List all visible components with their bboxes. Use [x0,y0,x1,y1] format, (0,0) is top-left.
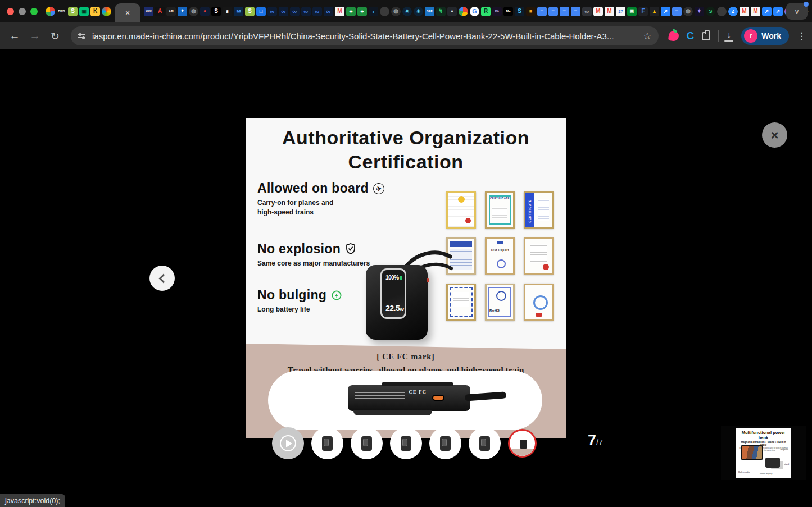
me-black-favicon[interactable]: Me [503,7,513,16]
strawberry-extension-icon[interactable] [668,30,679,42]
sheets-plus-1-favicon[interactable]: + [346,7,356,16]
meet-camera-favicon[interactable]: ▣ [627,7,637,16]
blue-hand-favicon[interactable]: ✦ [178,7,187,16]
meta-5-favicon[interactable]: ∞ [312,7,322,16]
ghost-1-favicon[interactable] [380,7,389,16]
docs-1-favicon[interactable]: ≡ [537,7,547,16]
site-info-icon[interactable] [78,32,87,40]
gmail-5-favicon[interactable]: M [751,7,760,16]
pip-label: Power display [760,473,772,475]
downloads-icon[interactable]: ↓ [723,30,734,42]
gmail-1-favicon[interactable]: M [335,7,344,16]
vscode-favicon[interactable]: ‹ [369,7,378,16]
lightbox-close-button[interactable]: × [762,122,787,148]
drive-triangle-favicon[interactable]: ▲ [650,7,659,16]
url-text[interactable]: iaspor.en.made-in-china.com/product/Yrip… [92,31,637,41]
green-terminal-favicon[interactable]: ▣ [79,7,89,16]
window-minimize-button[interactable] [19,8,26,15]
pip-label: Built-in cable [738,471,750,473]
dark-globe-1-favicon[interactable]: ◍ [189,7,198,16]
shopify-2-favicon[interactable]: S [245,7,255,16]
window-zoom-button[interactable] [30,8,38,15]
meta-4-favicon[interactable]: ∞ [301,7,311,16]
jira-2-favicon[interactable]: ↗ [762,7,772,16]
previous-image-button[interactable] [149,266,175,291]
shopify-favicon[interactable]: S [68,7,78,16]
docs-5-favicon[interactable]: ≡ [672,7,682,16]
sheets-plus-2-favicon[interactable]: + [357,7,367,16]
google-photos-favicon[interactable] [46,7,55,16]
ghost-2-favicon[interactable] [717,7,727,16]
docs-3-favicon[interactable]: ≡ [560,7,569,16]
react-1-favicon[interactable]: ✳ [402,7,412,16]
gmail-2-favicon[interactable]: M [593,7,603,16]
avatar: r [744,29,757,43]
dark-globe-3-favicon[interactable]: ◍ [683,7,693,16]
yellow-person-favicon[interactable]: K [90,7,100,16]
product-photo-1[interactable] [311,427,343,459]
cable-stub [465,391,507,401]
orange-box-favicon[interactable]: ■ [526,7,536,16]
copilot-favicon[interactable] [102,7,111,16]
wwu-favicon[interactable]: WWU [144,7,153,16]
gmail-4-favicon[interactable]: M [740,7,749,16]
green-bolt-favicon[interactable]: ↯ [436,7,446,16]
s-black-2-favicon[interactable]: s [223,7,232,16]
api-favicon[interactable]: API [166,7,176,16]
zoom-z-favicon[interactable]: z [728,7,738,16]
dwg-favicon[interactable]: DWG [57,7,66,16]
dark-shield-favicon[interactable]: ▲ [447,7,457,16]
calendar-27-favicon[interactable]: 27 [616,7,625,16]
dark-globe-2-favicon[interactable]: ◍ [391,7,401,16]
gmail-3-favicon[interactable]: M [605,7,614,16]
s-cloud-favicon[interactable]: S [515,7,524,16]
device-marks: CE FC [409,389,427,395]
s-black-favicon[interactable]: S [211,7,221,16]
forward-button[interactable]: → [26,27,44,45]
product-photo-3[interactable] [390,427,422,459]
active-tab[interactable]: × [115,3,140,22]
reload-button[interactable]: ↻ [46,27,64,45]
react-2-favicon[interactable]: ✳ [414,7,423,16]
product-photo-2[interactable] [351,427,383,459]
pip-card: Multifunctional power bank Magnetic attr… [736,428,791,478]
back-button[interactable]: ← [6,27,24,45]
red-a-favicon[interactable]: A [155,7,165,16]
power-unit: W [400,307,403,312]
profile-chip[interactable]: r Work [741,27,789,45]
tab-search-button[interactable]: ∨ [786,3,808,20]
pip-preview[interactable]: Multifunctional power bank Magnetic attr… [721,426,806,480]
counter-current: 7 [588,432,596,449]
certification-thumbnail[interactable] [508,429,537,458]
address-bar[interactable]: iaspor.en.made-in-china.com/product/Yrip… [71,26,659,45]
jira-3-favicon[interactable]: ↗ [773,7,783,16]
fa-purple-favicon[interactable]: FA [492,7,502,16]
docs-2-favicon[interactable]: ≡ [548,7,558,16]
browser-menu-icon[interactable]: ⋮ [797,30,806,42]
sap-favicon[interactable]: SAP [425,7,434,16]
product-photo-4[interactable] [429,427,461,459]
meta-3-favicon[interactable]: ∞ [290,7,300,16]
google-fonts-favicon[interactable]: F [638,7,648,16]
window-close-button[interactable] [7,8,14,15]
blue-expand-favicon[interactable]: □ [256,7,266,16]
tab-close-icon[interactable]: × [125,8,130,17]
red-pin-favicon[interactable]: ● [200,7,210,16]
extensions-puzzle-icon[interactable] [702,32,710,40]
product-photo-5[interactable] [469,427,501,459]
bookmark-star-icon[interactable]: ☆ [643,30,651,42]
mail-x-favicon[interactable]: ✉ [234,7,243,16]
meta-2-favicon[interactable]: ∞ [279,7,288,16]
green-swirl-favicon[interactable]: S [706,7,715,16]
green-r-favicon[interactable]: R [481,7,491,16]
sparkle-favicon[interactable]: ✦ [695,7,704,16]
meta-6-favicon[interactable]: ∞ [324,7,333,16]
docs-4-favicon[interactable]: ≡ [571,7,580,16]
meta-1-favicon[interactable]: ∞ [267,7,277,16]
google-g-favicon[interactable]: G [470,7,479,16]
grad-infinity-favicon[interactable]: ∞ [582,7,592,16]
jira-1-favicon[interactable]: ↗ [661,7,670,16]
video-thumbnail[interactable] [272,427,304,459]
chrome-wheel-favicon[interactable] [459,7,468,16]
c-extension-icon[interactable]: C [687,30,695,42]
